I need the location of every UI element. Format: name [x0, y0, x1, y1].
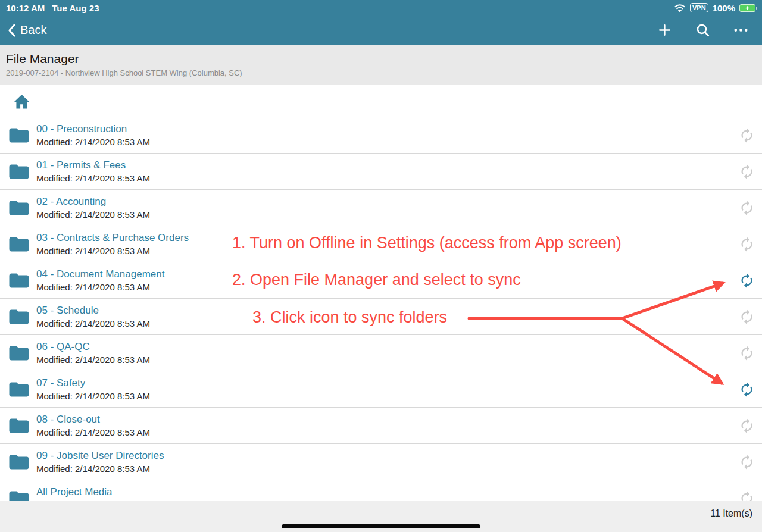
- sync-folder-button[interactable]: [739, 381, 755, 398]
- back-button[interactable]: Back: [7, 23, 46, 37]
- sync-icon: [739, 236, 755, 252]
- back-chevron-icon: [7, 23, 16, 37]
- sync-icon: [739, 381, 755, 398]
- add-button[interactable]: [656, 22, 673, 39]
- footer-bar: 11 Item(s): [0, 501, 762, 532]
- folder-modified-date: Modified: 2/14/2020 8:53 AM: [36, 282, 164, 293]
- folder-row[interactable]: 09 - Jobsite User Directories Modified: …: [0, 444, 762, 480]
- folder-name: 04 - Document Management: [36, 268, 164, 280]
- folder-icon: [8, 199, 30, 217]
- sync-folder-button[interactable]: [739, 418, 755, 434]
- sync-icon: [739, 454, 755, 470]
- battery-percent: 100%: [713, 3, 735, 13]
- more-options-button[interactable]: [732, 22, 749, 39]
- folder-name: 00 - Preconstruction: [36, 123, 150, 135]
- folder-modified-date: Modified: 2/14/2020 8:53 AM: [36, 391, 150, 402]
- folder-row[interactable]: 08 - Close-out Modified: 2/14/2020 8:53 …: [0, 408, 762, 444]
- folder-icon: [8, 162, 30, 181]
- folder-icon: [8, 235, 30, 254]
- sync-folder-button[interactable]: [739, 309, 755, 325]
- battery-charging-icon: [739, 4, 757, 12]
- sync-icon: [739, 273, 755, 289]
- folder-icon: [8, 126, 30, 145]
- sync-folder-button[interactable]: [739, 345, 755, 361]
- status-bar: 10:12 AM Tue Aug 23 VPN 100%: [0, 0, 762, 15]
- sync-folder-button[interactable]: [739, 127, 755, 143]
- folder-name: 01 - Permits & Fees: [36, 159, 150, 171]
- sync-icon: [739, 164, 755, 180]
- wifi-icon: [674, 4, 686, 12]
- folder-row[interactable]: 04 - Document Management Modified: 2/14/…: [0, 262, 762, 299]
- file-list-area: 00 - Preconstruction Modified: 2/14/2020…: [0, 85, 762, 532]
- sync-folder-button[interactable]: [739, 200, 755, 216]
- folder-row[interactable]: 02 - Accounting Modified: 2/14/2020 8:53…: [0, 190, 762, 226]
- folder-row[interactable]: 06 - QA-QC Modified: 2/14/2020 8:53 AM: [0, 335, 762, 371]
- item-count: 11 Item(s): [710, 508, 752, 519]
- folder-name: All Project Media: [36, 486, 113, 498]
- sync-folder-button[interactable]: [739, 236, 755, 252]
- home-button[interactable]: [13, 93, 30, 109]
- status-time: 10:12 AM: [6, 3, 45, 13]
- folder-row[interactable]: 00 - Preconstruction Modified: 2/14/2020…: [0, 117, 762, 154]
- folder-modified-date: Modified: 2/14/2020 8:53 AM: [36, 464, 164, 474]
- page-title: File Manager: [6, 51, 756, 66]
- sync-icon: [739, 309, 755, 325]
- sync-icon: [739, 345, 755, 361]
- folder-modified-date: Modified: 2/14/2020 8:53 AM: [36, 173, 150, 184]
- folder-name: 08 - Close-out: [36, 414, 150, 425]
- home-indicator[interactable]: [282, 524, 480, 528]
- folder-list: 00 - Preconstruction Modified: 2/14/2020…: [0, 117, 762, 517]
- folder-modified-date: Modified: 2/14/2020 8:53 AM: [36, 209, 150, 220]
- folder-name: 09 - Jobsite User Directories: [36, 450, 164, 462]
- sync-icon: [739, 418, 755, 434]
- search-button[interactable]: [694, 22, 711, 39]
- folder-icon: [8, 344, 30, 362]
- sync-folder-button[interactable]: [739, 164, 755, 180]
- home-icon: [13, 93, 30, 109]
- plus-icon: [657, 23, 672, 37]
- search-icon: [695, 23, 710, 37]
- folder-modified-date: Modified: 2/14/2020 8:53 AM: [36, 355, 150, 365]
- nav-bar: Back: [0, 15, 762, 45]
- folder-modified-date: Modified: 2/14/2020 8:53 AM: [36, 246, 189, 256]
- folder-icon: [8, 380, 30, 399]
- sync-folder-button[interactable]: [739, 454, 755, 470]
- page-header: File Manager 2019-007-2104 - Northview H…: [0, 45, 762, 85]
- folder-name: 02 - Accounting: [36, 196, 150, 208]
- folder-modified-date: Modified: 2/14/2020 8:53 AM: [36, 137, 150, 148]
- ellipsis-icon: [733, 23, 749, 37]
- folder-row[interactable]: 01 - Permits & Fees Modified: 2/14/2020 …: [0, 154, 762, 190]
- folder-icon: [8, 417, 30, 435]
- sync-folder-button[interactable]: [739, 273, 755, 289]
- file-manager-screen: 10:12 AM Tue Aug 23 VPN 100%: [0, 0, 762, 532]
- project-subtitle: 2019-007-2104 - Northview High School ST…: [6, 68, 756, 77]
- folder-name: 06 - QA-QC: [36, 341, 150, 353]
- folder-icon: [8, 453, 30, 471]
- vpn-badge: VPN: [690, 3, 708, 12]
- status-date: Tue Aug 23: [52, 3, 99, 13]
- sync-icon: [739, 127, 755, 143]
- folder-name: 05 - Schedule: [36, 305, 150, 317]
- folder-modified-date: Modified: 2/14/2020 8:53 AM: [36, 427, 150, 438]
- folder-row[interactable]: 03 - Contracts & Purchase Orders Modifie…: [0, 226, 762, 262]
- back-label: Back: [20, 23, 46, 37]
- folder-icon: [8, 271, 30, 290]
- folder-name: 03 - Contracts & Purchase Orders: [36, 232, 189, 244]
- folder-modified-date: Modified: 2/14/2020 8:53 AM: [36, 318, 150, 329]
- lightning-bolt-icon: [745, 5, 750, 11]
- folder-row[interactable]: 05 - Schedule Modified: 2/14/2020 8:53 A…: [0, 299, 762, 335]
- folder-icon: [8, 308, 30, 326]
- sync-icon: [739, 200, 755, 216]
- folder-name: 07 - Safety: [36, 377, 150, 389]
- folder-row[interactable]: 07 - Safety Modified: 2/14/2020 8:53 AM: [0, 371, 762, 408]
- breadcrumb: [0, 85, 762, 117]
